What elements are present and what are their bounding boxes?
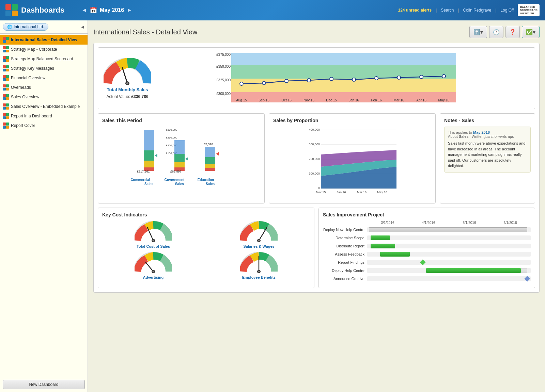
gantt-row-distribute: Distribute Report bbox=[323, 243, 531, 249]
app-header: Dashboards ◄ 📅 May 2016 ► 124 unread ale… bbox=[0, 0, 545, 20]
gantt-col-1: 3/1/2016 bbox=[367, 221, 408, 225]
gantt-diamond-golive bbox=[525, 276, 530, 282]
logo-sq-blue bbox=[5, 11, 11, 16]
gantt-label-scope: Determine Scope bbox=[323, 236, 367, 240]
svg-point-11 bbox=[240, 82, 243, 85]
sales-period-chart: £300,000 £250,000 £200,000 £150,000 bbox=[102, 127, 260, 190]
search-link[interactable]: Search bbox=[441, 8, 454, 13]
sidebar-item-9[interactable]: Report Cover bbox=[0, 121, 88, 130]
gauge-svg-advertising bbox=[135, 252, 172, 274]
gauge-benefits-label: Employee Benefits bbox=[242, 275, 276, 279]
history-button[interactable]: 🕐 bbox=[489, 26, 503, 38]
svg-point-2 bbox=[126, 82, 128, 84]
org-icon: 🌐 bbox=[7, 24, 12, 29]
gauge-salaries: Salaries & Wages bbox=[208, 221, 310, 248]
svg-text:£250,000: £250,000 bbox=[166, 136, 177, 139]
header-right: 124 unread alerts | Search | Colin Redgr… bbox=[398, 4, 540, 17]
sidebar-item-3[interactable]: Strategy Key Messages bbox=[0, 64, 88, 73]
svg-rect-44 bbox=[174, 154, 185, 162]
sidebar-item-8[interactable]: Report in a Dashboard bbox=[0, 111, 88, 121]
svg-text:Education: Education bbox=[198, 178, 214, 182]
sidebar-item-5[interactable]: Overheads bbox=[0, 83, 88, 92]
question-icon: ❓ bbox=[509, 29, 516, 35]
gantt-label-deploy-centre: Deploy Help Centre bbox=[323, 268, 367, 273]
dashboard-container: Total Monthly Sales Actual Value: £336,7… bbox=[93, 43, 540, 293]
gantt-track-scope bbox=[367, 235, 531, 240]
svg-text:Commercial: Commercial bbox=[130, 178, 150, 182]
top-panel: Total Monthly Sales Actual Value: £336,7… bbox=[98, 47, 535, 109]
sidebar-item-7[interactable]: Sales Overview - Embedded Example bbox=[0, 102, 88, 111]
svg-text:Nov 15: Nov 15 bbox=[303, 98, 314, 102]
sidebar-item-6[interactable]: Sales Overview bbox=[0, 92, 88, 102]
svg-point-12 bbox=[262, 81, 266, 85]
logo-sq-green bbox=[12, 4, 18, 10]
gauge-svg-salaries bbox=[240, 221, 278, 243]
sidebar-item-4[interactable]: Financial Overview bbox=[0, 73, 88, 83]
svg-text:Sales: Sales bbox=[144, 182, 154, 186]
svg-text:Sales: Sales bbox=[206, 182, 215, 186]
svg-point-81 bbox=[258, 240, 260, 242]
sidebar-item-1[interactable]: Strategy Map - Corporate bbox=[0, 45, 88, 54]
gantt-row-scope: Determine Scope bbox=[323, 235, 531, 241]
notes-written-label: Written bbox=[472, 134, 484, 138]
sales-proportion-panel: Sales by Proportion 400,000 300,000 200,… bbox=[269, 113, 436, 203]
logout-link[interactable]: Log Off bbox=[500, 8, 514, 13]
svg-text:0: 0 bbox=[318, 186, 320, 190]
svg-text:200,000: 200,000 bbox=[309, 157, 320, 161]
sidebar-item-icon-9 bbox=[3, 122, 9, 129]
gantt-row-findings: Report Findings bbox=[323, 259, 531, 265]
svg-text:Apr 16: Apr 16 bbox=[416, 98, 426, 102]
svg-rect-37 bbox=[144, 161, 154, 167]
svg-text:300,000: 300,000 bbox=[309, 143, 320, 146]
sales-proportion-title: Sales by Proportion bbox=[273, 118, 431, 123]
sidebar-item-label-1: Strategy Map - Corporate bbox=[11, 47, 57, 52]
sidebar-item-label-3: Strategy Key Messages bbox=[11, 66, 54, 71]
new-dashboard-button[interactable]: New Dashboard bbox=[3, 380, 85, 389]
sidebar-item-2[interactable]: Strategy Map Balanced Scorecard bbox=[0, 54, 88, 64]
settings-button[interactable]: ✅▾ bbox=[522, 26, 540, 38]
svg-text:£300,000: £300,000 bbox=[216, 92, 231, 96]
alerts-label[interactable]: 124 unread alerts bbox=[398, 8, 432, 13]
gantt-track-golive bbox=[367, 276, 531, 281]
sidebar-item-label-2: Strategy Map Balanced Scorecard bbox=[11, 56, 73, 61]
sidebar-item-label-5: Overheads bbox=[11, 85, 31, 90]
svg-line-79 bbox=[259, 228, 267, 241]
main-header: International Sales - Detailed View ⬆️▾ … bbox=[93, 26, 540, 38]
gantt-label-golive: Announce Go-Live bbox=[323, 277, 367, 281]
gantt-bar-feedback bbox=[380, 252, 409, 257]
gantt-track-findings bbox=[367, 260, 531, 265]
export-button[interactable]: ⬆️▾ bbox=[469, 26, 487, 38]
svg-text:May 16: May 16 bbox=[438, 98, 450, 102]
sidebar-item-0[interactable]: International Sales - Detailed View bbox=[0, 35, 88, 45]
svg-rect-45 bbox=[174, 162, 185, 167]
svg-point-20 bbox=[442, 75, 446, 78]
sidebar-item-label-8: Report in a Dashboard bbox=[11, 114, 52, 118]
nav-prev-button[interactable]: ◄ bbox=[81, 7, 87, 13]
org-label: International Ltd. bbox=[14, 24, 44, 29]
user-name[interactable]: Colin Redgrave bbox=[463, 8, 491, 13]
sidebar-item-label-4: Financial Overview bbox=[11, 76, 45, 80]
svg-text:£217,561: £217,561 bbox=[137, 170, 150, 173]
main-layout: 🌐 International Ltd. ◄ International Sal… bbox=[0, 20, 545, 392]
gantt-col-4: 6/1/2016 bbox=[490, 221, 531, 225]
help-button[interactable]: ❓ bbox=[505, 26, 520, 38]
gantt-track-deploy-centre bbox=[367, 268, 531, 273]
gantt-col-2: 4/1/2016 bbox=[408, 221, 449, 225]
svg-line-0 bbox=[122, 67, 127, 83]
svg-line-82 bbox=[145, 262, 153, 272]
sidebar-collapse-button[interactable]: ◄ bbox=[80, 24, 85, 30]
gauge-total-monthly-label: Total Monthly Sales bbox=[107, 87, 148, 92]
svg-text:Oct 15: Oct 15 bbox=[281, 98, 292, 102]
gauge-total-cost-label: Total Cost of Sales bbox=[137, 244, 170, 248]
svg-marker-47 bbox=[185, 157, 188, 161]
svg-text:Mar 16: Mar 16 bbox=[357, 191, 367, 194]
gantt-row-deploy-centre: Deploy Help Centre bbox=[323, 267, 531, 274]
notes-applies-to: This applies to bbox=[448, 130, 472, 134]
gauge-salaries-label: Salaries & Wages bbox=[243, 244, 274, 248]
gantt-track-deploy-help bbox=[367, 227, 531, 232]
svg-point-17 bbox=[375, 77, 378, 80]
org-selector-button[interactable]: 🌐 International Ltd. bbox=[3, 23, 48, 31]
sidebar-item-label-7: Sales Overview - Embedded Example bbox=[11, 104, 80, 109]
nav-next-button[interactable]: ► bbox=[127, 7, 132, 13]
svg-text:£350,000: £350,000 bbox=[216, 65, 231, 68]
